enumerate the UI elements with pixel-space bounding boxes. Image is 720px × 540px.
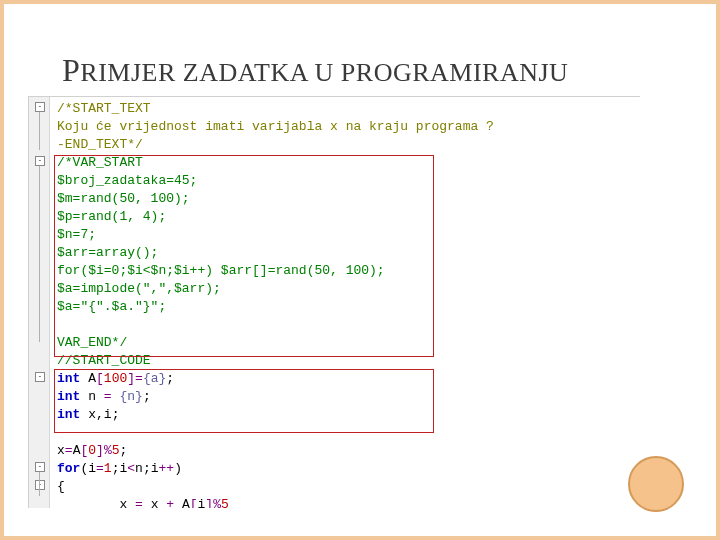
code-snippet-box: - - - - - /*START_TEXT Koju će vrijednos… [28, 96, 640, 508]
slide-frame: PRIMJER ZADATKA U PROGRAMIRANJU - - - - … [0, 0, 720, 540]
fold-line [39, 472, 40, 496]
slide-title: PRIMJER ZADATKA U PROGRAMIRANJU [62, 52, 568, 89]
fold-marker: - [35, 462, 45, 472]
fold-marker: - [35, 480, 45, 490]
fold-line [39, 112, 40, 150]
fold-line [39, 166, 40, 342]
decorative-circle-icon [628, 456, 684, 512]
source-code: /*START_TEXT Koju će vrijednost imati va… [57, 100, 494, 508]
fold-marker: - [35, 156, 45, 166]
fold-marker: - [35, 102, 45, 112]
fold-marker: - [35, 372, 45, 382]
